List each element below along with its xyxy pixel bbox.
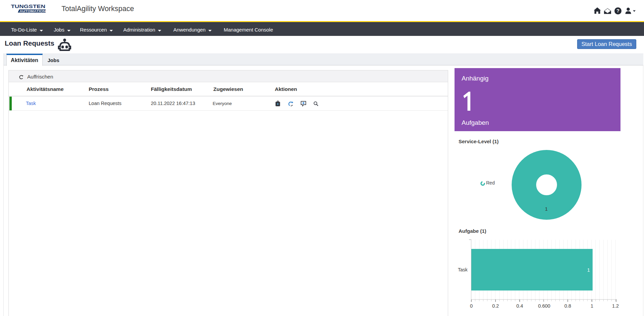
svg-text:TUNGSTEN: TUNGSTEN — [11, 4, 45, 9]
svg-text:?: ? — [616, 8, 619, 13]
svg-text:AUTOMATION: AUTOMATION — [19, 9, 46, 12]
